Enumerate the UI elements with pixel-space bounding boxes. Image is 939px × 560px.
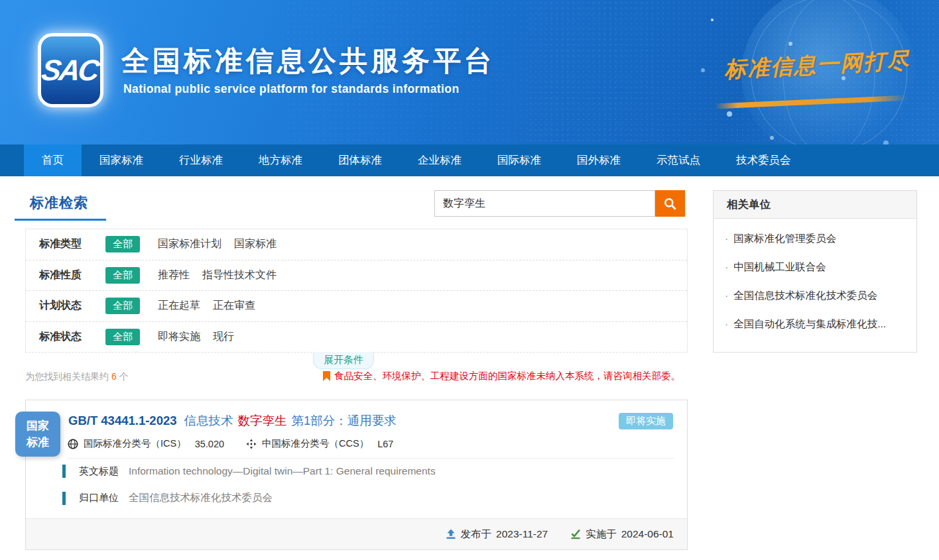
sidebar-item-automation-systems-committee[interactable]: · 全国自动化系统与集成标准化技... (714, 310, 916, 339)
sac-logo[interactable]: SAC (38, 33, 103, 107)
bullet: · (725, 261, 728, 273)
filter-panel: 标准类型 全部 国家标准计划 国家标准 标准性质 全部 推荐性 指导性技术文件 … (25, 229, 688, 353)
nav-item-pilot-programs[interactable]: 示范试点 (639, 144, 718, 176)
page-title: 标准检索 (30, 194, 88, 212)
nav-item-local-standards[interactable]: 地方标准 (241, 144, 320, 176)
publish-upload-icon (446, 529, 456, 539)
filter-label: 标准状态 (39, 330, 105, 344)
nav-item-foreign-standards[interactable]: 国外标准 (559, 144, 639, 176)
standard-type-badge: 国家标准 (15, 412, 60, 457)
site-title-english: National public service platform for sta… (123, 82, 459, 96)
filter-option[interactable]: 国家标准计划 (158, 237, 221, 251)
sidebar-item-sac[interactable]: · 国家标准化管理委员会 (714, 225, 916, 253)
status-badge: 即将实施 (619, 413, 673, 429)
ccs-label: 中国标准分类号（CCS） (262, 437, 369, 450)
filter-row-standard-status: 标准状态 全部 即将实施 现行 (26, 322, 687, 353)
bullet: · (725, 233, 728, 245)
sac-logo-text: SAC (39, 54, 102, 87)
nav-item-technical-committees[interactable]: 技术委员会 (718, 144, 809, 176)
nav-item-industry-standards[interactable]: 行业标准 (161, 144, 241, 176)
filter-row-standard-nature: 标准性质 全部 推荐性 指导性技术文件 (26, 260, 687, 292)
ics-value: 35.020 (195, 439, 224, 449)
result-count-number: 6 (111, 371, 117, 382)
site-title-chinese: 全国标准信息公共服务平台 (121, 42, 495, 80)
implement-check-icon (570, 529, 581, 539)
nav-item-enterprise-standards[interactable]: 企业标准 (400, 144, 479, 176)
filter-option[interactable]: 正在审查 (213, 299, 255, 313)
system-notice: 食品安全、环境保护、工程建设方面的国家标准未纳入本系统，请咨询相关部委。 (323, 370, 680, 382)
implement-label: 实施于 (586, 528, 617, 541)
result-count-suffix: 个 (119, 371, 129, 382)
notice-text: 食品安全、环境保护、工程建设方面的国家标准未纳入本系统，请咨询相关部委。 (334, 370, 680, 382)
sidebar-item-it-standardization-committee[interactable]: · 全国信息技术标准化技术委员会 (714, 282, 916, 310)
detail-accent-bar (62, 492, 66, 505)
detail-label: 英文标题 (79, 465, 119, 478)
search-box (434, 190, 686, 217)
nav-item-home[interactable]: 首页 (24, 144, 82, 176)
filter-selected-all[interactable]: 全部 (105, 298, 140, 314)
publish-date-item: 发布于 2023-11-27 (446, 528, 548, 541)
ccs-group: 中国标准分类号（CCS） L67 (246, 437, 393, 450)
bullet: · (725, 290, 728, 302)
nav-item-national-standards[interactable]: 国家标准 (82, 144, 161, 176)
detail-value: 全国信息技术标准化技术委员会 (129, 491, 273, 505)
result-count: 为您找到相关结果约6个 (25, 371, 129, 383)
filter-label: 标准类型 (39, 237, 105, 251)
search-button[interactable] (655, 190, 685, 217)
standard-title-part1: 信息技术 (184, 414, 233, 427)
detail-value: Information technology—Digital twin—Part… (129, 465, 436, 477)
search-icon (664, 197, 676, 210)
bullet: · (725, 318, 728, 330)
implement-date: 2024-06-01 (621, 528, 674, 540)
sparkle-dots (711, 19, 714, 21)
ccs-value: L67 (377, 439, 393, 449)
standard-title-highlight: 数字孪生 (238, 414, 287, 427)
filter-option[interactable]: 正在起草 (158, 299, 200, 313)
nav-item-international-standards[interactable]: 国际标准 (479, 144, 559, 176)
filter-selected-all[interactable]: 全部 (105, 267, 140, 284)
filter-option[interactable]: 国家标准 (234, 237, 277, 251)
filter-row-standard-type: 标准类型 全部 国家标准计划 国家标准 (26, 229, 687, 260)
related-units-panel: 相关单位 · 国家标准化管理委员会 · 中国机械工业联合会 · 全国信息技术标准… (713, 190, 917, 353)
nav-item-group-standards[interactable]: 团体标准 (320, 144, 400, 176)
site-header: SAC 全国标准信息公共服务平台 National public service… (0, 0, 939, 144)
filter-label: 标准性质 (39, 268, 105, 282)
filter-selected-all[interactable]: 全部 (105, 236, 140, 252)
main-nav: 首页 国家标准 行业标准 地方标准 团体标准 企业标准 国际标准 国外标准 示范… (0, 144, 939, 176)
page-title-underline (15, 219, 106, 221)
standard-result-card: 国家标准 GB/T 43441.1-2023信息技术数字孪生第1部分：通用要求 … (25, 400, 688, 550)
publish-date: 2023-11-27 (496, 528, 548, 540)
standard-title-link[interactable]: GB/T 43441.1-2023信息技术数字孪生第1部分：通用要求 (68, 412, 397, 429)
standard-code: GB/T 43441.1-2023 (68, 414, 177, 427)
filter-row-plan-status: 计划状态 全部 正在起草 正在审查 (26, 291, 687, 322)
bookmark-icon (323, 371, 330, 381)
filter-option[interactable]: 即将实施 (158, 330, 200, 344)
compass-icon (246, 439, 257, 449)
ics-label: 国际标准分类号（ICS） (84, 437, 186, 450)
related-units-title: 相关单位 (714, 191, 916, 219)
sidebar-item-machinery-federation[interactable]: · 中国机械工业联合会 (714, 253, 916, 282)
related-units-list: · 国家标准化管理委员会 · 中国机械工业联合会 · 全国信息技术标准化技术委员… (714, 219, 916, 339)
standard-title-part2: 第1部分：通用要求 (292, 414, 397, 427)
filter-option[interactable]: 指导性技术文件 (202, 268, 277, 282)
search-input[interactable] (434, 190, 655, 217)
filter-option[interactable]: 推荐性 (158, 268, 190, 282)
filter-option[interactable]: 现行 (213, 330, 234, 344)
filter-label: 计划状态 (39, 299, 105, 313)
filter-selected-all[interactable]: 全部 (105, 329, 140, 345)
classification-row: 国际标准分类号（ICS） 35.020 中国标准分类号（CCS） L67 (68, 437, 393, 450)
publish-label: 发布于 (461, 528, 492, 541)
card-footer: 发布于 2023-11-27 实施于 2024-06-01 (26, 518, 687, 549)
globe-icon (68, 439, 78, 449)
card-divider (67, 458, 674, 459)
detail-accent-bar (62, 465, 66, 478)
implement-date-item: 实施于 2024-06-01 (570, 528, 674, 541)
detail-row-english-title: 英文标题 Information technology—Digital twin… (62, 465, 436, 478)
result-count-prefix: 为您找到相关结果约 (25, 371, 109, 382)
expand-conditions-button[interactable]: 展开条件 (313, 352, 374, 369)
detail-label: 归口单位 (79, 492, 119, 504)
detail-row-committee: 归口单位 全国信息技术标准化技术委员会 (62, 491, 273, 505)
